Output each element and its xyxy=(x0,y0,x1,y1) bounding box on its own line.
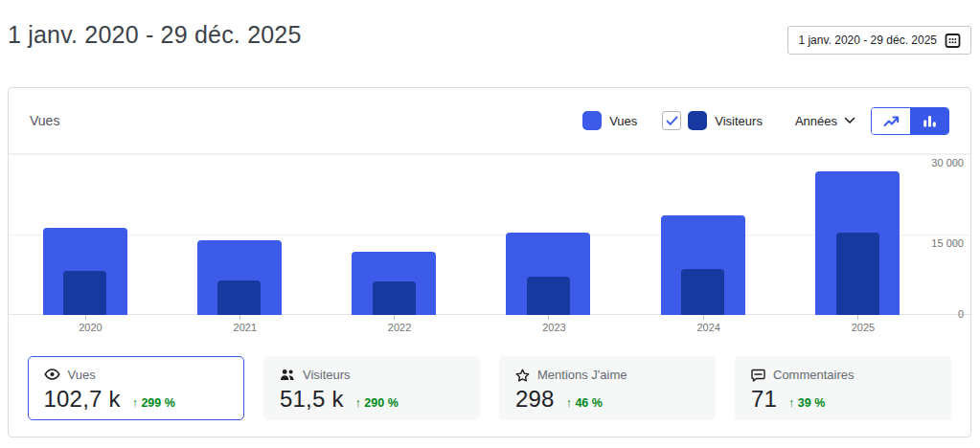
legend-label-views: Vues xyxy=(609,114,637,128)
visitors-checkbox[interactable] xyxy=(662,111,681,130)
interval-dropdown[interactable]: Années xyxy=(795,114,855,128)
chart-x-axis: 202020212022202320242025 xyxy=(9,315,970,340)
stat-value: 71 xyxy=(751,386,777,413)
calendar-icon xyxy=(945,33,961,49)
analytics-page: 1 janv. 2020 - 29 déc. 2025 1 janv. 2020… xyxy=(0,0,980,448)
stat-value: 102,7 k xyxy=(44,386,121,413)
stat-card-comments[interactable]: Commentaires 71 ↑ 39 % xyxy=(735,356,951,420)
chart-type-toggle xyxy=(871,107,949,135)
page-title: 1 janv. 2020 - 29 déc. 2025 xyxy=(8,21,302,49)
bar-visiteurs-2025[interactable] xyxy=(836,233,879,315)
x-axis-label: 2024 xyxy=(680,322,738,333)
x-axis-label: 2022 xyxy=(371,322,428,333)
bar-chart-icon xyxy=(923,114,937,127)
x-axis-label: 2025 xyxy=(834,322,892,333)
up-arrow-icon: ↑ xyxy=(788,396,794,410)
x-axis-label: 2021 xyxy=(217,322,274,333)
stat-card-likes[interactable]: Mentions J'aime 298 ↑ 46 % xyxy=(499,356,716,420)
stat-change: ↑ 46 % xyxy=(566,396,603,410)
x-tick xyxy=(703,315,704,320)
panel-heading: Vues xyxy=(30,113,59,128)
date-range-label: 1 janv. 2020 - 29 déc. 2025 xyxy=(798,34,937,47)
people-icon xyxy=(280,369,295,381)
gridline xyxy=(9,154,970,155)
x-tick xyxy=(85,315,86,320)
visitors-swatch xyxy=(688,111,707,130)
line-chart-icon xyxy=(883,114,900,127)
stat-card-visitors[interactable]: Visiteurs 51,5 k ↑ 290 % xyxy=(263,356,480,420)
chevron-down-icon xyxy=(844,117,855,124)
stat-change: ↑ 290 % xyxy=(355,396,399,410)
stat-label: Vues xyxy=(68,368,96,382)
panel-header: Vues Vues Visiteurs Années xyxy=(9,88,970,154)
stat-card-views[interactable]: Vues 102,7 k ↑ 299 % xyxy=(28,356,244,420)
stat-label: Visiteurs xyxy=(303,368,351,382)
stat-label: Commentaires xyxy=(773,368,855,382)
bar-visiteurs-2021[interactable] xyxy=(217,280,261,315)
date-range-picker-button[interactable]: 1 janv. 2020 - 29 déc. 2025 xyxy=(787,26,971,55)
stat-label: Mentions J'aime xyxy=(537,368,627,382)
bar-visiteurs-2022[interactable] xyxy=(373,281,416,315)
stat-change: ↑ 299 % xyxy=(132,396,175,410)
bar-chart: 015 00030 000 xyxy=(9,154,970,315)
up-arrow-icon: ↑ xyxy=(132,396,138,410)
eye-icon xyxy=(44,369,60,380)
stat-value: 51,5 k xyxy=(280,386,344,413)
interval-label: Années xyxy=(795,114,837,128)
x-tick xyxy=(394,315,395,320)
x-tick xyxy=(548,315,549,320)
legend-item-visitors[interactable]: Visiteurs xyxy=(688,111,763,130)
panel-controls: Vues Visiteurs Années xyxy=(582,107,949,135)
checkmark-icon xyxy=(666,116,678,126)
x-tick xyxy=(857,315,858,320)
line-chart-toggle-button[interactable] xyxy=(872,108,910,134)
legend-item-views[interactable]: Vues xyxy=(582,111,637,130)
star-icon xyxy=(515,369,530,382)
x-axis-label: 2020 xyxy=(62,322,120,333)
y-axis-label: 30 000 xyxy=(931,157,964,168)
up-arrow-icon: ↑ xyxy=(355,396,361,410)
comment-icon xyxy=(751,369,765,382)
stats-panel: Vues Vues Visiteurs Années xyxy=(8,87,971,437)
stat-change: ↑ 39 % xyxy=(788,396,825,410)
x-axis-label: 2023 xyxy=(525,322,582,333)
x-tick xyxy=(239,315,240,320)
bar-visiteurs-2020[interactable] xyxy=(63,271,106,315)
bar-visiteurs-2023[interactable] xyxy=(527,277,570,315)
bar-visiteurs-2024[interactable] xyxy=(681,269,724,315)
views-swatch xyxy=(582,111,602,130)
summary-cards: Vues 102,7 k ↑ 299 % xyxy=(9,356,970,420)
up-arrow-icon: ↑ xyxy=(566,396,572,410)
y-axis-label: 15 000 xyxy=(931,237,964,249)
stat-value: 298 xyxy=(515,386,555,413)
bar-chart-toggle-button[interactable] xyxy=(910,108,948,134)
legend-label-visitors: Visiteurs xyxy=(715,114,763,128)
